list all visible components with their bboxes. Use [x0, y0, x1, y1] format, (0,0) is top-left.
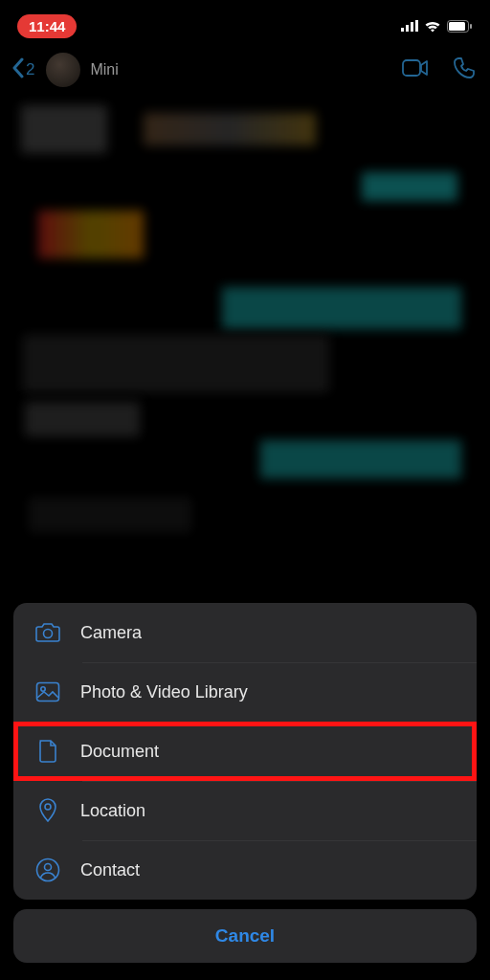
svg-point-8 — [44, 630, 53, 638]
status-bar: 11:44 — [0, 0, 490, 44]
wifi-icon — [424, 20, 441, 33]
status-icons — [401, 20, 473, 33]
attachment-option-photo-video[interactable]: Photo & Video Library — [13, 662, 477, 722]
chevron-left-icon — [11, 57, 24, 83]
svg-rect-3 — [415, 20, 418, 32]
document-icon — [34, 738, 61, 765]
battery-icon — [447, 20, 473, 33]
svg-rect-7 — [403, 60, 420, 76]
svg-point-13 — [45, 864, 52, 871]
attachment-action-sheet: Camera Photo & Video Library Document Lo… — [0, 603, 490, 980]
attachment-option-location[interactable]: Location — [13, 781, 477, 840]
contact-icon — [34, 857, 61, 883]
attachment-option-document[interactable]: Document — [13, 722, 477, 781]
svg-rect-5 — [449, 22, 465, 31]
svg-rect-2 — [411, 22, 413, 32]
chat-header: 2 Mini — [0, 44, 490, 96]
contact-name[interactable]: Mini — [90, 61, 392, 78]
attachment-menu: Camera Photo & Video Library Document Lo… — [13, 603, 477, 900]
attachment-option-label: Location — [80, 801, 145, 821]
cancel-button[interactable]: Cancel — [13, 909, 477, 963]
svg-rect-0 — [401, 28, 404, 32]
cellular-signal-icon — [401, 20, 418, 32]
camera-icon — [34, 619, 61, 646]
recording-time-pill[interactable]: 11:44 — [17, 14, 77, 38]
attachment-option-label: Contact — [80, 860, 140, 880]
attachment-option-label: Camera — [80, 623, 142, 643]
location-icon — [34, 797, 61, 824]
video-call-icon[interactable] — [402, 59, 429, 80]
attachment-option-label: Photo & Video Library — [80, 682, 248, 702]
svg-rect-6 — [470, 24, 472, 29]
photo-icon — [34, 679, 61, 705]
attachment-option-label: Document — [80, 742, 159, 762]
svg-point-11 — [45, 804, 51, 810]
svg-point-10 — [41, 687, 45, 691]
back-count: 2 — [26, 60, 34, 79]
attachment-option-contact[interactable]: Contact — [13, 840, 477, 900]
back-button[interactable]: 2 — [11, 57, 34, 83]
svg-rect-9 — [37, 683, 59, 702]
attachment-option-camera[interactable]: Camera — [13, 603, 477, 662]
avatar[interactable] — [46, 53, 80, 87]
svg-rect-1 — [406, 25, 409, 32]
voice-call-icon[interactable] — [454, 57, 475, 82]
